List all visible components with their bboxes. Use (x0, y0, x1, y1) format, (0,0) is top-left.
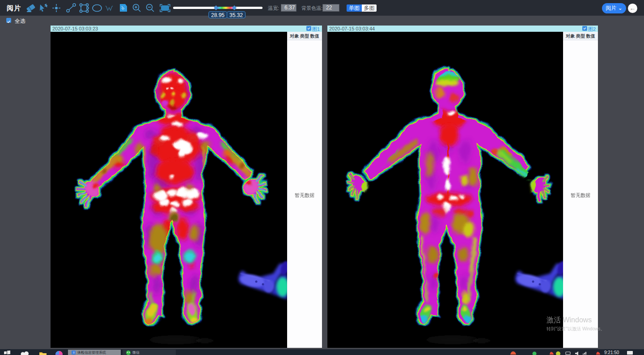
svg-text:体检信息管理系统: 体检信息管理系统 (77, 351, 106, 355)
svg-text:II: II (73, 351, 75, 354)
svg-text:微信: 微信 (132, 351, 140, 355)
svg-text:9:21:50: 9:21:50 (604, 350, 619, 355)
